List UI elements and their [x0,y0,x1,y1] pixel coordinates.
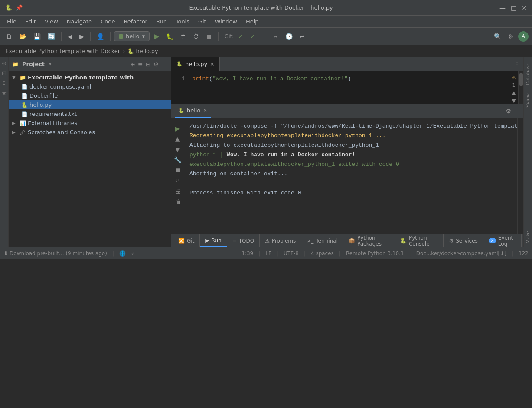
menu-view[interactable]: View [41,17,62,26]
expand-all-icon[interactable]: ⊟ [146,61,151,68]
settings-button[interactable]: ⚙ [506,31,516,42]
tree-item-docker-compose[interactable]: 📄 docker-compose.yaml [9,82,171,91]
menu-run[interactable]: Run [153,17,170,26]
profile-icon-button[interactable]: A [518,31,529,42]
run-tab-close[interactable]: ✕ [203,108,207,113]
git-history-button[interactable]: 🕒 [283,31,295,42]
run-minimize-icon[interactable]: — [514,108,520,115]
run-button[interactable]: ▶ [151,30,162,42]
collapse-all-icon[interactable]: ≡ [138,61,143,68]
code-area[interactable]: print("Wow, I have run in a Docker conta… [189,71,509,104]
menu-file[interactable]: File [3,17,20,26]
config-dropdown-icon[interactable]: ▾ [142,33,145,39]
close-button[interactable]: ✕ [522,4,527,11]
run-print-icon[interactable]: 🖨 [175,188,181,194]
bottom-tab-git[interactable]: 🔀 Git [173,234,200,247]
editor-scrollbar[interactable] [518,71,523,104]
run-wrap-icon[interactable]: ↵ [175,177,180,184]
add-user-button[interactable]: 👤 [94,31,107,42]
left-vtab-icon-3[interactable]: ↕ [2,80,7,86]
forward-button[interactable]: ▶ [77,31,87,42]
git-revert-button[interactable]: ↩ [297,31,307,42]
minimize-button[interactable]: — [499,4,506,11]
git-commit-button[interactable]: ✓ [248,31,258,42]
bottom-tab-services[interactable]: ⚙ Services [444,234,483,247]
status-sep-2: | [258,250,260,257]
editor-tab-hello-py[interactable]: 🐍 hello.py ✕ [171,57,220,71]
breadcrumb-project[interactable]: Executable Python template with Docker [5,48,120,54]
menu-navigate[interactable]: Navigate [63,17,95,26]
run-right-scrollbar[interactable] [517,118,523,234]
coverage-button[interactable]: ☂ [178,31,189,42]
left-vtab-icon-1[interactable]: ⊕ [2,60,7,66]
menu-git[interactable]: Git [195,17,210,26]
run-scroll-down-icon[interactable]: ▼ [175,146,180,153]
editor-area: 🐍 hello.py ✕ ⋮ 1 print("Wow, I have run … [171,57,523,104]
menu-refactor[interactable]: Refactor [120,17,151,26]
left-vtab-icon-4[interactable]: ★ [2,90,7,96]
bottom-tab-problems[interactable]: ⚠ Problems [260,234,301,247]
close-panel-icon[interactable]: — [161,61,167,68]
run-trash-icon[interactable]: 🗑 [175,198,181,205]
scroll-down-icon[interactable]: ▼ [512,98,516,104]
git-fetch-button[interactable]: ↔ [270,31,281,42]
tab-more-button[interactable]: ⋮ [511,61,523,67]
tree-root[interactable]: ▼ 📁 Executable Python template with [9,73,171,82]
profile-button[interactable]: ⏱ [190,31,202,42]
stop-button[interactable]: ⏹ [203,31,215,42]
bottom-tab-run[interactable]: ▶ Run [200,234,227,247]
download-text[interactable]: Download pre-built... (9 minutes ago) [10,250,107,257]
run-filter-icon[interactable]: 🔧 [174,156,181,163]
packages-tab-icon: 📦 [349,238,355,244]
right-vtab-make[interactable]: Make [524,227,532,247]
menu-tools[interactable]: Tools [172,17,193,26]
tab-python-icon: 🐍 [176,61,183,67]
bottom-tab-event-log[interactable]: 2 Event Log [483,234,522,247]
settings-icon[interactable]: ⚙ [153,61,159,68]
open-button[interactable]: 📂 [16,31,29,42]
line-col-text: 1:39 [242,250,253,257]
tree-item-hello-py[interactable]: 🐍 hello.py [9,100,171,109]
run-play-icon[interactable]: ▶ [175,125,180,132]
tree-item-ext-libs[interactable]: ▶ 📊 External Libraries [9,118,171,128]
add-content-icon[interactable]: ⊕ [130,61,135,68]
tree-item-scratches[interactable]: ▶ 🖊 Scratches and Consoles [9,128,171,137]
bottom-tab-todo[interactable]: ≡ TODO [227,234,260,247]
status-spaces[interactable]: 4 spaces [311,250,334,257]
scroll-up-icon[interactable]: ▲ [512,90,516,96]
run-tab-hello[interactable]: 🐍 hello ✕ [175,104,211,118]
run-scroll-up-icon[interactable]: ▲ [175,135,180,142]
status-python-version[interactable]: Remote Python 3.10.1 [346,250,404,257]
bottom-tab-terminal[interactable]: >_ Terminal [301,234,343,247]
tree-item-requirements[interactable]: 📄 requirements.txt [9,109,171,118]
back-button[interactable]: ◀ [65,31,75,42]
save-button[interactable]: 💾 [31,31,43,42]
debug-button[interactable]: 🐛 [163,31,176,42]
new-file-button[interactable]: 🗋 [3,31,15,42]
status-lf[interactable]: LF [265,250,271,257]
maximize-button[interactable]: □ [511,4,516,11]
status-file-path[interactable]: Doc...ker/docker-compose.yaml[↓] [416,250,506,257]
tree-item-dockerfile[interactable]: 📄 Dockerfile [9,91,171,100]
left-vtab-icon-2[interactable]: ⊡ [2,70,7,76]
search-everywhere-button[interactable]: 🔍 [491,31,504,42]
dropdown-icon[interactable]: ▾ [49,61,52,67]
status-encoding[interactable]: UTF-8 [284,250,299,257]
right-vtab-database[interactable]: Database [524,59,532,89]
bottom-tab-python-packages[interactable]: 📦 Python Packages [343,234,395,247]
status-sep-3: | [277,250,278,257]
run-configuration[interactable]: hello ▾ [114,31,150,41]
run-stop-icon[interactable]: ⏹ [175,167,181,174]
menu-code[interactable]: Code [97,17,118,26]
status-line-col[interactable]: 1:39 [242,250,253,257]
bottom-tab-python-console[interactable]: 🐍 Python Console [395,234,444,247]
sync-button[interactable]: 🔄 [45,31,58,42]
git-push-button[interactable]: ↑ [260,31,268,42]
menu-window[interactable]: Window [212,17,241,26]
tab-close-button[interactable]: ✕ [210,61,214,67]
menu-edit[interactable]: Edit [22,17,39,26]
git-update-button[interactable]: ✓ [235,31,246,42]
menu-help[interactable]: Help [242,17,262,26]
run-settings-icon[interactable]: ⚙ [506,108,511,115]
right-vtab-sview[interactable]: SView [524,90,532,111]
